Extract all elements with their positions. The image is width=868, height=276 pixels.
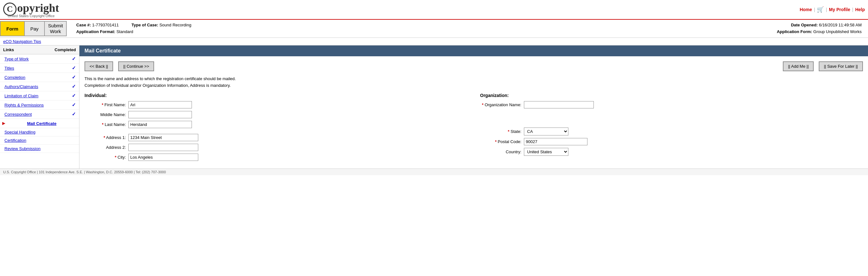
sidebar-header: Links Completed xyxy=(0,46,79,54)
case-info-row1: Case #: 1-7793701411 Type of Case: Sound… xyxy=(76,22,777,29)
home-link[interactable]: Home xyxy=(800,7,812,12)
links-header: Links xyxy=(3,47,14,52)
city-row: * City: xyxy=(85,154,467,161)
content-body: << Back || || Continue >> || Add Me || |… xyxy=(80,56,868,168)
application-format-label: Application Format: Standard xyxy=(76,29,133,35)
active-arrow-icon: ► xyxy=(1,120,6,126)
add-me-button[interactable]: || Add Me || xyxy=(783,61,814,71)
type-of-case-label: Type of Case: Sound Recording xyxy=(131,22,191,29)
postal-code-input[interactable] xyxy=(524,138,587,145)
postal-code-row: * Postal Code: xyxy=(480,138,863,145)
footer: U.S. Copyright Office | 101 Independence… xyxy=(0,168,868,175)
pay-tab[interactable]: Pay xyxy=(25,21,45,36)
sidebar-item-certification[interactable]: Certification xyxy=(0,136,79,145)
info-line-2: Completion of Individual and/or Organiza… xyxy=(85,83,863,88)
toolbar: Form Pay Submit Work Case #: 1-779370141… xyxy=(0,20,868,38)
sidebar-item-mail-certificate[interactable]: ► Mail Certificate xyxy=(0,119,79,128)
state-row: * State: CA NY TX xyxy=(480,128,863,135)
sidebar-item-rights-permissions[interactable]: Rights & Permissions ✓ xyxy=(0,101,79,110)
first-name-row: * First Name: xyxy=(85,101,467,108)
page-header: Copyright United States Copyright Office… xyxy=(0,0,868,20)
first-name-label: * First Name: xyxy=(85,102,126,107)
org-name-label: * Organization Name: xyxy=(480,102,521,107)
date-info: Date Opened: 6/16/2019 11:49:58 AM Appli… xyxy=(777,21,868,36)
individual-column: Individual: * First Name: Middle Name: *… xyxy=(85,93,467,163)
last-name-input[interactable] xyxy=(128,121,192,128)
save-for-later-button[interactable]: || Save For Later || xyxy=(819,61,863,71)
address1-row: * Address 1: xyxy=(85,134,467,141)
checkmark-completion: ✓ xyxy=(72,75,76,80)
logo-area: Copyright United States Copyright Office xyxy=(3,1,59,18)
first-name-input[interactable] xyxy=(128,101,192,108)
my-profile-link[interactable]: My Profile xyxy=(829,7,850,12)
last-name-label: * Last Name: xyxy=(85,122,126,127)
middle-name-input[interactable] xyxy=(128,111,192,118)
country-label: Country: xyxy=(480,149,521,154)
cart-icon[interactable]: 🛒 xyxy=(817,6,824,13)
checkmark-limitation: ✓ xyxy=(72,93,76,99)
sidebar-item-review-submission[interactable]: Review Submission xyxy=(0,145,79,153)
logo: Copyright United States Copyright Office xyxy=(3,1,59,18)
back-button[interactable]: << Back || xyxy=(85,61,113,71)
form-area: Individual: * First Name: Middle Name: *… xyxy=(85,93,863,163)
nav-separator-2: | xyxy=(826,7,827,12)
address1-input[interactable] xyxy=(128,134,198,141)
checkmark-type-of-work: ✓ xyxy=(72,56,76,62)
city-label: * City: xyxy=(85,155,126,160)
country-select[interactable]: United States Canada Other xyxy=(524,148,568,156)
eco-navigation-tips-link[interactable]: eCO Navigation Tips xyxy=(3,39,41,44)
checkmark-rights: ✓ xyxy=(72,102,76,108)
case-info-row2: Application Format: Standard xyxy=(76,29,777,35)
address2-label: Address 2: xyxy=(85,145,126,150)
state-label: * State: xyxy=(480,129,521,134)
address2-input[interactable] xyxy=(128,144,198,151)
sidebar-item-completion[interactable]: Completion ✓ xyxy=(0,73,79,82)
individual-title: Individual: xyxy=(85,93,467,98)
logo-subtitle: United States Copyright Office xyxy=(3,14,59,18)
city-input[interactable] xyxy=(128,154,198,161)
case-number-label: Case #: 1-7793701411 xyxy=(76,22,119,29)
middle-name-label: Middle Name: xyxy=(85,112,126,117)
last-name-row: * Last Name: xyxy=(85,121,467,128)
help-link[interactable]: Help xyxy=(855,7,865,12)
checkmark-titles: ✓ xyxy=(72,65,76,71)
buttons-row: << Back || || Continue >> || Add Me || |… xyxy=(85,61,863,71)
sidebar: Links Completed Type of Work ✓ Titles ✓ … xyxy=(0,46,80,168)
submit-work-tab[interactable]: Submit Work xyxy=(45,21,67,36)
nav-separator-3: | xyxy=(852,7,854,12)
sidebar-item-special-handling[interactable]: Special Handling xyxy=(0,128,79,136)
nav-tips-row: eCO Navigation Tips xyxy=(0,38,868,46)
state-select[interactable]: CA NY TX xyxy=(524,128,568,135)
organization-column: Organization: * Organization Name: * Sta… xyxy=(480,93,863,163)
main-layout: Links Completed Type of Work ✓ Titles ✓ … xyxy=(0,46,868,168)
case-info: Case #: 1-7793701411 Type of Case: Sound… xyxy=(67,21,777,36)
org-name-row: * Organization Name: xyxy=(480,101,863,108)
postal-code-label: * Postal Code: xyxy=(480,139,521,144)
top-navigation: Home | 🛒 | My Profile | Help xyxy=(800,6,865,13)
content-area: Mail Certificate << Back || || Continue … xyxy=(80,46,868,168)
checkmark-authors: ✓ xyxy=(72,84,76,89)
application-form: Application Form: Group Unpublished Work… xyxy=(777,29,862,35)
org-name-input[interactable] xyxy=(524,101,594,108)
continue-button[interactable]: || Continue >> xyxy=(118,61,154,71)
country-row: Country: United States Canada Other xyxy=(480,148,863,156)
date-opened: Date Opened: 6/16/2019 11:49:58 AM xyxy=(777,22,862,29)
form-pay-submit-tabs: Form Pay Submit Work xyxy=(0,21,67,36)
address2-row: Address 2: xyxy=(85,144,467,151)
sidebar-item-titles[interactable]: Titles ✓ xyxy=(0,63,79,73)
info-line-1: This is the name and address to which th… xyxy=(85,76,863,81)
checkmark-correspondent: ✓ xyxy=(72,111,76,117)
nav-separator-1: | xyxy=(814,7,815,12)
address1-label: * Address 1: xyxy=(85,135,126,140)
sidebar-item-limitation-of-claim[interactable]: Limitation of Claim ✓ xyxy=(0,91,79,101)
content-header: Mail Certificate xyxy=(80,46,868,56)
middle-name-row: Middle Name: xyxy=(85,111,467,118)
organization-title: Organization: xyxy=(480,93,863,98)
sidebar-item-correspondent[interactable]: Correspondent ✓ xyxy=(0,110,79,119)
completed-header: Completed xyxy=(55,47,76,52)
form-tab[interactable]: Form xyxy=(0,21,25,36)
sidebar-item-authors-claimants[interactable]: Authors/Claimants ✓ xyxy=(0,82,79,91)
sidebar-item-type-of-work[interactable]: Type of Work ✓ xyxy=(0,54,79,63)
